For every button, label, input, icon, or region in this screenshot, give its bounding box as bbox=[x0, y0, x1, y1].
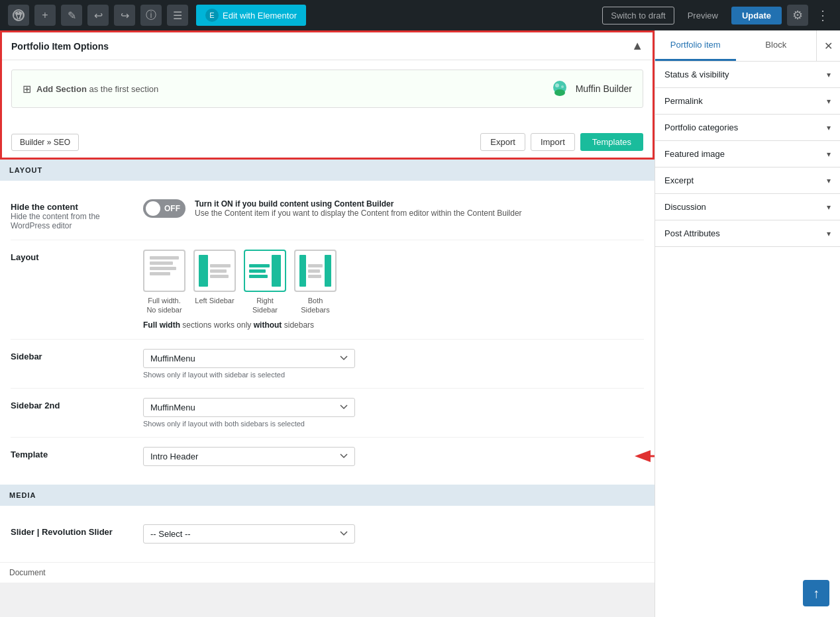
sidebar-section-discussion: Discussion ▾ bbox=[655, 194, 840, 220]
edit-with-elementor-button[interactable]: E Edit with Elementor bbox=[196, 5, 306, 26]
import-button[interactable]: Import bbox=[531, 133, 575, 151]
svg-point-2 bbox=[554, 89, 565, 96]
builder-seo-button[interactable]: Builder » SEO bbox=[11, 134, 79, 151]
sidebar-select[interactable]: MuffinMenu bbox=[143, 349, 355, 368]
slider-row: Slider | Revolution Slider -- Select -- bbox=[11, 515, 644, 553]
slider-control: -- Select -- bbox=[143, 524, 644, 544]
template-row: Template Intro Header bbox=[11, 438, 644, 475]
sidebar-section-permalink-header[interactable]: Permalink ▾ bbox=[655, 88, 840, 114]
post-attributes-title: Post Attributes bbox=[664, 228, 720, 238]
permalink-chevron-icon: ▾ bbox=[827, 97, 831, 106]
switch-to-draft-button[interactable]: Switch to draft bbox=[602, 7, 674, 24]
document-label: Document bbox=[0, 562, 655, 583]
portfolio-categories-chevron-icon: ▾ bbox=[827, 123, 831, 132]
redo-button[interactable]: ↪ bbox=[114, 5, 135, 26]
add-section-btn-label: Add Section as the first section bbox=[36, 84, 158, 94]
list-button[interactable]: ☰ bbox=[167, 5, 188, 26]
sidebar-note: Shows only if layout with sidebar is sel… bbox=[143, 371, 644, 379]
edit-button[interactable]: ✎ bbox=[61, 5, 82, 26]
kebab-menu-button[interactable]: ⋮ bbox=[814, 5, 832, 26]
layout-icons: Full width.No sidebar bbox=[143, 250, 644, 315]
add-new-button[interactable]: + bbox=[34, 5, 56, 26]
admin-bar: + ✎ ↩ ↪ ⓘ ☰ E Edit with Elementor Switch… bbox=[0, 0, 840, 30]
preview-button[interactable]: Preview bbox=[680, 7, 726, 24]
toggle-knob bbox=[146, 201, 160, 216]
collapse-button[interactable]: ▲ bbox=[631, 39, 643, 53]
portfolio-categories-title: Portfolio categories bbox=[664, 122, 738, 132]
hide-content-label: Hide the content Hide the content from t… bbox=[11, 199, 143, 230]
action-right: Export Import Templates bbox=[480, 133, 643, 151]
layout-note: Full width sections works only without s… bbox=[143, 320, 644, 330]
status-chevron-icon: ▾ bbox=[827, 70, 831, 79]
sidebar-section-portfolio-categories-header[interactable]: Portfolio categories ▾ bbox=[655, 115, 840, 140]
hide-content-row: Hide the content Hide the content from t… bbox=[11, 190, 644, 240]
add-section-area[interactable]: ⊞ Add Section as the first section bbox=[11, 70, 643, 108]
full-width-label: Full width.No sidebar bbox=[146, 296, 182, 315]
layout-control: Full width.No sidebar bbox=[143, 250, 644, 330]
add-section-sub: as the first section bbox=[89, 84, 158, 94]
portfolio-box-title: Portfolio Item Options bbox=[11, 41, 109, 52]
undo-button[interactable]: ↩ bbox=[87, 5, 109, 26]
slider-label: Slider | Revolution Slider bbox=[11, 524, 143, 537]
layout-section-body: Hide the content Hide the content from t… bbox=[0, 181, 655, 485]
full-width-icon-box bbox=[143, 250, 185, 292]
both-sidebars-label: BothSidebars bbox=[301, 296, 329, 315]
add-section-left: ⊞ Add Section as the first section bbox=[23, 83, 158, 95]
sidebar-2nd-note: Shows only if layout with both sidebars … bbox=[143, 420, 644, 428]
layout-right-sidebar[interactable]: RightSidebar bbox=[244, 250, 286, 315]
sidebar-section-excerpt-header[interactable]: Excerpt ▾ bbox=[655, 167, 840, 193]
discussion-title: Discussion bbox=[664, 202, 706, 212]
sidebar-2nd-control: MuffinMenu Shows only if layout with bot… bbox=[143, 398, 644, 428]
export-button[interactable]: Export bbox=[480, 133, 525, 151]
left-sidebar-label: Left Sidebar bbox=[195, 296, 234, 305]
toggle-wrap: OFF Turn it ON if you build content usin… bbox=[143, 199, 644, 218]
excerpt-title: Excerpt bbox=[664, 175, 694, 185]
template-label: Template bbox=[11, 447, 143, 459]
sidebar-section-excerpt: Excerpt ▾ bbox=[655, 167, 840, 194]
scroll-to-top-button[interactable]: ↑ bbox=[803, 580, 829, 606]
portfolio-box-body: ⊞ Add Section as the first section bbox=[2, 60, 653, 126]
portfolio-box-header: Portfolio Item Options ▲ bbox=[2, 32, 653, 60]
main-wrapper: Portfolio Item Options ▲ ⊞ Add Section a… bbox=[0, 30, 840, 617]
layout-both-sidebars[interactable]: BothSidebars bbox=[294, 250, 337, 315]
hide-content-control: OFF Turn it ON if you build content usin… bbox=[143, 199, 644, 218]
excerpt-chevron-icon: ▾ bbox=[827, 176, 831, 185]
sidebar-section-portfolio-categories: Portfolio categories ▾ bbox=[655, 115, 840, 141]
template-control: Intro Header bbox=[143, 447, 644, 466]
sidebar-2nd-row: Sidebar 2nd MuffinMenu Shows only if lay… bbox=[11, 389, 644, 438]
content-area: Portfolio Item Options ▲ ⊞ Add Section a… bbox=[0, 30, 655, 617]
tab-block[interactable]: Block bbox=[736, 30, 817, 61]
update-button[interactable]: Update bbox=[731, 7, 782, 24]
toggle-description: Turn it ON if you build content using Co… bbox=[195, 199, 522, 218]
permalink-title: Permalink bbox=[664, 96, 703, 106]
sidebar-2nd-select[interactable]: MuffinMenu bbox=[143, 398, 355, 417]
add-section-text: Add Section bbox=[36, 84, 87, 94]
tab-portfolio-item[interactable]: Portfolio item bbox=[655, 30, 736, 61]
slider-select[interactable]: -- Select -- bbox=[143, 524, 355, 544]
templates-button[interactable]: Templates bbox=[580, 133, 643, 151]
hide-content-toggle[interactable]: OFF bbox=[143, 199, 185, 218]
sidebar-close-button[interactable]: ✕ bbox=[816, 30, 840, 61]
media-section-body: Slider | Revolution Slider -- Select -- bbox=[0, 506, 655, 562]
settings-button[interactable]: ⚙ bbox=[787, 5, 808, 26]
muffin-icon bbox=[549, 78, 570, 99]
sidebar-section-discussion-header[interactable]: Discussion ▾ bbox=[655, 194, 840, 220]
status-visibility-title: Status & visibility bbox=[664, 70, 729, 79]
wp-logo[interactable] bbox=[8, 5, 29, 26]
featured-image-chevron-icon: ▾ bbox=[827, 150, 831, 159]
template-select[interactable]: Intro Header bbox=[143, 447, 355, 466]
sidebar-section-featured-image-header[interactable]: Featured image ▾ bbox=[655, 141, 840, 167]
sidebar-section-post-attributes-header[interactable]: Post Attributes ▾ bbox=[655, 220, 840, 246]
sidebar-section-status: Status & visibility ▾ bbox=[655, 62, 840, 88]
sidebar-label: Sidebar bbox=[11, 349, 143, 361]
info-button[interactable]: ⓘ bbox=[140, 5, 162, 26]
svg-point-3 bbox=[555, 83, 559, 87]
left-sidebar-icon-box bbox=[193, 250, 236, 292]
layout-full-width[interactable]: Full width.No sidebar bbox=[143, 250, 185, 315]
layout-left-sidebar[interactable]: Left Sidebar bbox=[193, 250, 236, 315]
sidebar-section-status-header[interactable]: Status & visibility ▾ bbox=[655, 62, 840, 87]
grid-icon: ⊞ bbox=[23, 83, 31, 95]
muffin-builder-badge: Muffin Builder bbox=[549, 78, 632, 99]
sidebar-row: Sidebar MuffinMenu Shows only if layout … bbox=[11, 340, 644, 389]
right-sidebar: Portfolio item Block ✕ Status & visibili… bbox=[655, 30, 840, 617]
